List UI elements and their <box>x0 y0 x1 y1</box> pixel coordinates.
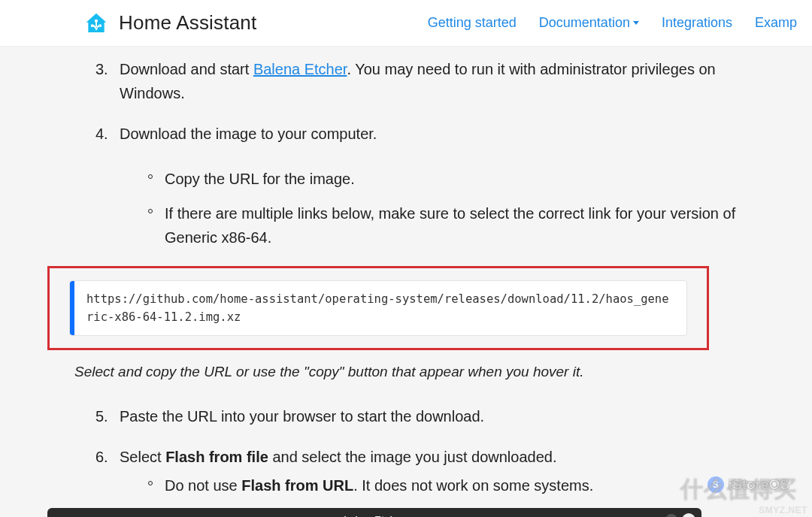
step-text: Download and start Balena Etcher. You ma… <box>120 61 716 101</box>
window-title: balenaEtcher <box>344 512 405 517</box>
instruction-list: 3. Download and start Balena Etcher. You… <box>71 57 782 249</box>
step-text: Paste the URL into your browser to start… <box>120 408 484 425</box>
step-text: Select Flash from file and select the im… <box>120 449 556 465</box>
step-number: 5. <box>95 404 108 428</box>
watermark-smzdm: 什么值得买 <box>680 474 797 505</box>
watermark-smyznet: SMYZ.NET <box>759 505 807 515</box>
step-text: Download the image to your computer. <box>120 125 377 142</box>
bullet-icon <box>148 209 153 213</box>
step-number: 4. <box>95 122 108 146</box>
window-controls: – × <box>665 513 695 517</box>
etcher-titlebar: balenaEtcher – × <box>47 508 701 517</box>
nav-documentation[interactable]: Documentation <box>539 15 639 31</box>
close-button[interactable]: × <box>682 513 695 517</box>
bullet-icon <box>148 481 153 485</box>
step-3: 3. Download and start Balena Etcher. You… <box>71 57 782 105</box>
home-assistant-logo-icon <box>84 11 108 35</box>
code-box[interactable]: https://github.com/home-assistant/operat… <box>69 280 687 336</box>
download-url: https://github.com/home-assistant/operat… <box>74 281 686 335</box>
site-header: Home Assistant Getting started Documenta… <box>0 0 812 47</box>
nav-integrations[interactable]: Integrations <box>662 15 732 31</box>
chevron-down-icon <box>633 21 639 25</box>
step-6: 6. Select Flash from file and select the… <box>71 445 782 497</box>
top-nav: Getting started Documentation Integratio… <box>428 15 797 31</box>
step-number: 3. <box>95 57 108 81</box>
page-content: 3. Download and start Balena Etcher. You… <box>0 47 812 517</box>
brand-name: Home Assistant <box>119 11 256 35</box>
instruction-list-cont: 5. Paste the URL into your browser to st… <box>71 404 782 497</box>
step-4: 4. Download the image to your computer. … <box>71 122 782 249</box>
brand-block[interactable]: Home Assistant <box>84 11 256 35</box>
caption-text: Select and copy the URL or use the "copy… <box>74 361 782 383</box>
nav-getting-started[interactable]: Getting started <box>428 15 517 31</box>
minimize-button[interactable]: – <box>665 514 677 517</box>
list-item: Copy the URL for the image. <box>120 167 782 191</box>
nav-examples[interactable]: Examp <box>755 15 797 31</box>
balena-etcher-screenshot: balenaEtcher – × ✦ balenaEtcher ✱ <box>47 508 701 517</box>
step-number: 6. <box>95 445 108 469</box>
balena-etcher-link[interactable]: Balena Etcher <box>253 61 347 77</box>
step-5: 5. Paste the URL into your browser to st… <box>71 404 782 428</box>
bullet-icon <box>148 174 153 179</box>
list-item: If there are multiple links below, make … <box>120 201 782 249</box>
step-4-sublist: Copy the URL for the image. If there are… <box>120 167 782 249</box>
highlighted-url-box: https://github.com/home-assistant/operat… <box>47 266 709 350</box>
